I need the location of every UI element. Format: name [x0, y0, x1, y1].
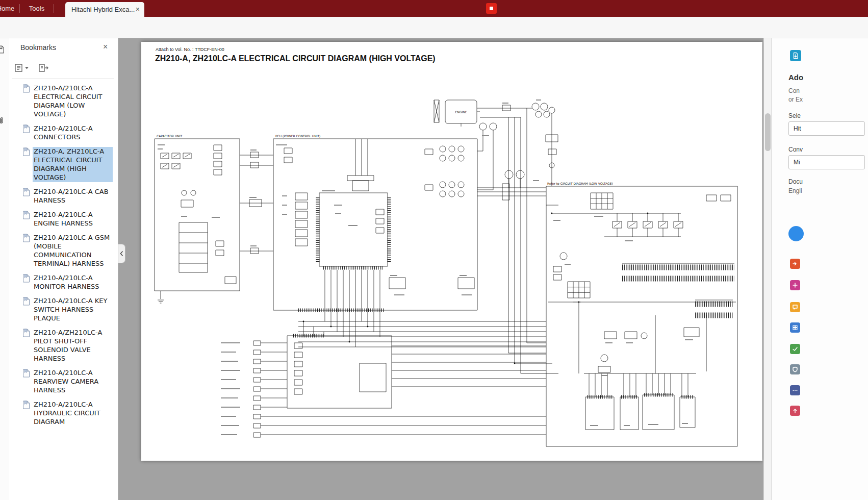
paperclip-icon [0, 116, 7, 127]
tool-icon-protect[interactable] [790, 364, 800, 374]
pdf-page: Attach to Vol. No. : TTDCF-EN-00 ZH210-A… [141, 42, 762, 461]
bookmark-label: ZH210-A/210LC-A GSM (MOBILE COMMUNICATIO… [33, 233, 113, 268]
tab-close-icon[interactable]: × [136, 2, 140, 17]
bookmark-item[interactable]: ZH210-A/210LC-A CONNECTORS [22, 124, 118, 142]
tab-document[interactable]: Hitachi Hybrid Exca... × [65, 2, 144, 17]
collapse-sidebar-handle[interactable] [118, 244, 125, 263]
panel-subtitle: Con [788, 87, 800, 94]
export-pdf-icon [790, 50, 801, 61]
tab-tools[interactable]: Tools [20, 0, 53, 17]
expand-current-bookmark-button[interactable] [38, 63, 49, 74]
bookmarks-panel-button[interactable] [0, 45, 7, 57]
vertical-scrollbar[interactable] [763, 38, 771, 500]
tool-icon-comment[interactable] [790, 302, 800, 312]
convert-to-label: Conv [788, 146, 803, 153]
bookmark-page-icon [22, 274, 30, 283]
bookmark-item[interactable]: ZH210-A/210LC-A CAB HARNESS [22, 187, 118, 205]
convert-button[interactable] [788, 226, 804, 241]
bookmark-label: ZH210-A/210LC-A HYDRAULIC CIRCUIT DIAGRA… [33, 400, 113, 427]
bookmark-label: ZH210-A, ZH210LC-A ELECTRICAL CIRCUIT DI… [33, 147, 113, 182]
document-tab-label: Hitachi Hybrid Exca... [71, 6, 135, 13]
tool-icon-more-tools[interactable] [790, 385, 800, 395]
bookmark-item[interactable]: ZH210-A/210LC-A ELECTRICAL CIRCUIT DIAGR… [22, 84, 118, 119]
bookmark-label: ZH210-A/ZH210LC-A PILOT SHUT-OFF SOLENOI… [33, 328, 113, 363]
bookmark-page-icon [22, 369, 30, 378]
page-title: ZH210-A, ZH210LC-A ELECTRICAL CIRCUIT DI… [155, 54, 436, 63]
tool-icon-enhance-scans[interactable] [790, 344, 800, 354]
attach-note: Attach to Vol. No. : TTDCF-EN-00 [156, 47, 224, 52]
bookmark-item[interactable]: ZH210-A/ZH210LC-A PILOT SHUT-OFF SOLENOI… [22, 328, 118, 363]
tab-separator [19, 4, 20, 13]
bookmark-item[interactable]: ZH210-A/210LC-A GSM (MOBILE COMMUNICATIO… [22, 233, 118, 268]
bookmark-item[interactable]: ZH210-A/210LC-A KEY SWITCH HARNESS PLAQU… [22, 296, 118, 323]
diagram-label-pcu: PCU (POWER CONTROL UNIT) [275, 134, 320, 138]
main-toolbar: / 11 50.3% [0, 17, 868, 38]
tool-icon-export-pdf[interactable] [790, 259, 800, 269]
bookmark-page-icon [22, 124, 30, 133]
attachments-panel-button[interactable] [0, 116, 7, 129]
bookmark-label: ZH210-A/210LC-A KEY SWITCH HARNESS PLAQU… [33, 296, 113, 323]
tools-panel: Ado Con or Ex Sele Hit Conv Mi Docu Engl… [771, 38, 868, 500]
bookmark-item-selected[interactable]: ZH210-A, ZH210LC-A ELECTRICAL CIRCUIT DI… [22, 147, 118, 182]
document-language-label: Docu [788, 178, 803, 185]
bookmark-page-icon [22, 234, 30, 242]
bookmark-item[interactable]: ZH210-A/210LC-A REARVIEW CAMERA HARNESS [22, 368, 118, 395]
diagram-label-engine: ENGINE [455, 110, 467, 114]
panel-subtitle: or Ex [788, 96, 803, 103]
bookmark-page-icon [22, 401, 30, 409]
document-canvas[interactable]: Attach to Vol. No. : TTDCF-EN-00 ZH210-A… [118, 38, 771, 500]
selected-file-dropdown[interactable]: Hit [788, 121, 865, 136]
bookmark-page-icon [22, 147, 30, 156]
bookmarks-panel-title: Bookmarks [20, 43, 56, 52]
chevron-left-icon [120, 251, 123, 257]
bookmarks-panel: Bookmarks × ZH210-A/210LC-A ELECTRICAL C… [9, 38, 118, 500]
tool-icon-organize-pages[interactable] [790, 322, 800, 333]
format-value: Mi [794, 159, 800, 166]
diagram-label-refer: Refer to CIRCUIT DIAGRAM (LOW VOLTAGE) [547, 182, 613, 185]
bookmark-page-icon [22, 211, 30, 219]
red-badge-icon [486, 3, 497, 14]
bookmark-item[interactable]: ZH210-A/210LC-A MONITOR HARNESS [22, 273, 118, 291]
navigation-pane-strip [0, 38, 9, 500]
select-file-label: Sele [788, 112, 801, 119]
bookmarks-close-icon[interactable]: × [103, 42, 108, 52]
tool-icon-create-pdf[interactable] [790, 280, 800, 290]
bookmark-page-icon [22, 188, 30, 196]
document-language-value: Engli [788, 187, 802, 194]
panel-heading: Ado [788, 73, 803, 82]
bookmark-item[interactable]: ZH210-A/210LC-A HYDRAULIC CIRCUIT DIAGRA… [22, 400, 118, 427]
bookmark-item[interactable]: ZH210-A/210LC-A ENGINE HARNESS [22, 210, 118, 228]
app-tab-bar: Home Tools Hitachi Hybrid Exca... × [0, 0, 868, 17]
bookmark-page-icon [0, 45, 7, 55]
bookmark-label: ZH210-A/210LC-A CONNECTORS [33, 124, 113, 142]
scrollbar-thumb[interactable] [765, 113, 771, 151]
circuit-diagram: CAPACITOR UNIT PCU (POWER CONTROL UNIT) … [145, 88, 752, 452]
bookmark-label: ZH210-A/210LC-A ENGINE HARNESS [33, 210, 113, 228]
diagram-label-capacitor-unit: CAPACITOR UNIT [157, 134, 183, 138]
bookmark-label: ZH210-A/210LC-A ELECTRICAL CIRCUIT DIAGR… [33, 84, 113, 119]
diagram-label-ticks [158, 100, 693, 435]
diagram-junction-dots [303, 213, 649, 364]
bookmark-options-button[interactable] [14, 63, 30, 74]
options-list-icon [14, 63, 30, 72]
bookmark-page-icon [22, 329, 30, 337]
bookmark-label: ZH210-A/210LC-A CAB HARNESS [33, 187, 113, 205]
selected-file-value: Hit [794, 125, 801, 132]
bookmark-label: ZH210-A/210LC-A REARVIEW CAMERA HARNESS [33, 368, 113, 395]
bookmark-page-icon [22, 84, 30, 93]
bookmark-list: ZH210-A/210LC-A ELECTRICAL CIRCUIT DIAGR… [9, 84, 118, 432]
bookmark-label: ZH210-A/210LC-A MONITOR HARNESS [33, 273, 113, 291]
diagram-wires [161, 108, 736, 435]
divider [12, 79, 114, 79]
tool-icon-share[interactable] [790, 406, 800, 416]
tab-separator [54, 4, 54, 13]
bookmark-page-icon [22, 297, 30, 306]
format-dropdown[interactable]: Mi [788, 155, 865, 169]
locate-bookmark-icon [38, 63, 49, 72]
